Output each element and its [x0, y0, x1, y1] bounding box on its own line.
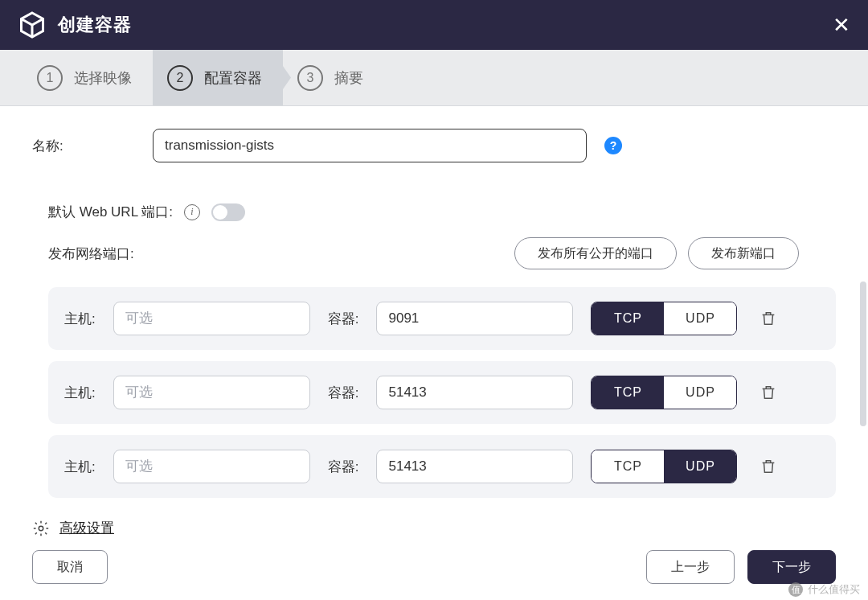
container-label: 容器:: [328, 310, 359, 328]
step-label: 配置容器: [204, 68, 262, 88]
default-port-toggle[interactable]: [211, 203, 245, 221]
footer: 取消 上一步 下一步: [32, 550, 836, 584]
scrollbar[interactable]: [860, 282, 866, 426]
content-area: 名称: ? 默认 Web URL 端口: i 发布网络端口: 发布所有公开的端口…: [0, 106, 868, 537]
info-icon[interactable]: i: [184, 204, 200, 220]
step-number: 3: [297, 65, 323, 91]
titlebar-left: 创建容器: [18, 10, 132, 39]
prev-button[interactable]: 上一步: [646, 550, 735, 584]
gear-icon: [32, 520, 50, 537]
watermark-text: 什么值得买: [808, 582, 860, 597]
host-port-input[interactable]: [113, 376, 310, 409]
step-summary[interactable]: 3 摘要: [283, 50, 384, 105]
watermark-icon: 值: [788, 582, 803, 597]
trash-icon[interactable]: [760, 310, 777, 327]
name-row: 名称: ?: [32, 129, 836, 162]
port-row: 主机: 容器: TCP UDP: [48, 287, 836, 350]
advanced-settings-row: 高级设置: [32, 519, 836, 537]
dialog-title: 创建容器: [58, 13, 132, 37]
default-web-url-port-row: 默认 Web URL 端口: i: [48, 203, 836, 221]
udp-button[interactable]: UDP: [664, 302, 736, 335]
trash-icon[interactable]: [760, 384, 777, 401]
container-port-input[interactable]: [376, 302, 573, 335]
step-configure-container[interactable]: 2 配置容器: [153, 50, 283, 105]
publish-ports-row: 发布网络端口: 发布所有公开的端口 发布新端口: [48, 237, 836, 269]
help-icon[interactable]: ?: [604, 137, 622, 154]
cube-icon: [18, 10, 47, 39]
publish-ports-label: 发布网络端口:: [48, 245, 134, 263]
default-port-label: 默认 Web URL 端口:: [48, 203, 173, 221]
titlebar: 创建容器 ✕: [0, 0, 868, 50]
trash-icon[interactable]: [760, 458, 777, 475]
container-label: 容器:: [328, 458, 359, 476]
tcp-button[interactable]: TCP: [592, 376, 664, 409]
next-button[interactable]: 下一步: [747, 550, 836, 584]
container-port-input[interactable]: [376, 450, 573, 483]
host-port-input[interactable]: [113, 302, 310, 335]
tcp-button[interactable]: TCP: [592, 450, 664, 483]
tcp-button[interactable]: TCP: [592, 302, 664, 335]
publish-buttons: 发布所有公开的端口 发布新端口: [514, 237, 799, 269]
close-icon[interactable]: ✕: [833, 14, 850, 35]
step-select-image[interactable]: 1 选择映像: [23, 50, 153, 105]
step-label: 选择映像: [74, 68, 132, 88]
advanced-settings-link[interactable]: 高级设置: [59, 519, 114, 537]
host-label: 主机:: [64, 384, 96, 402]
host-label: 主机:: [64, 310, 96, 328]
watermark: 值 什么值得买: [788, 582, 860, 597]
stepper: 1 选择映像 2 配置容器 3 摘要: [0, 50, 868, 106]
name-input[interactable]: [153, 129, 587, 162]
name-label: 名称:: [32, 137, 145, 155]
step-label: 摘要: [334, 68, 363, 88]
footer-right: 上一步 下一步: [646, 550, 836, 584]
protocol-toggle: TCP UDP: [591, 302, 737, 335]
port-row: 主机: 容器: TCP UDP: [48, 361, 836, 424]
container-label: 容器:: [328, 384, 359, 402]
toggle-knob: [213, 205, 227, 220]
protocol-toggle: TCP UDP: [591, 450, 737, 483]
udp-button[interactable]: UDP: [664, 450, 736, 483]
step-number: 1: [37, 65, 63, 91]
container-port-input[interactable]: [376, 376, 573, 409]
svg-point-0: [39, 526, 43, 531]
cancel-button[interactable]: 取消: [32, 550, 108, 584]
publish-all-ports-button[interactable]: 发布所有公开的端口: [514, 237, 677, 269]
step-number: 2: [167, 65, 193, 91]
host-label: 主机:: [64, 458, 96, 476]
protocol-toggle: TCP UDP: [591, 376, 737, 409]
host-port-input[interactable]: [113, 450, 310, 483]
udp-button[interactable]: UDP: [664, 376, 736, 409]
port-row: 主机: 容器: TCP UDP: [48, 435, 836, 498]
publish-new-port-button[interactable]: 发布新端口: [688, 237, 799, 269]
